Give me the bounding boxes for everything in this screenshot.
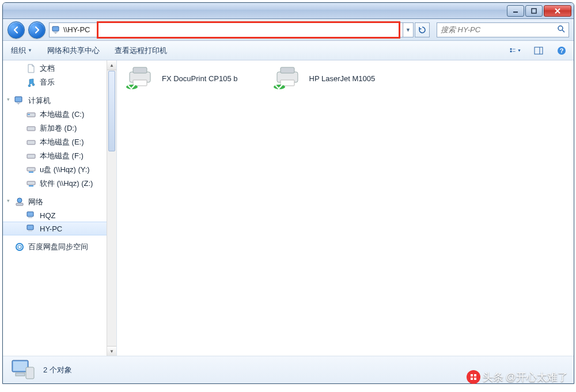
- status-text: 2 个对象: [43, 365, 72, 375]
- item-label: FX DocuPrint CP105 b: [162, 74, 238, 83]
- drive-icon: [26, 151, 36, 161]
- svg-rect-1: [532, 9, 536, 13]
- svg-rect-46: [471, 374, 473, 376]
- network-center-label: 网络和共享中心: [47, 45, 100, 56]
- organize-menu[interactable]: 组织 ▼: [9, 44, 35, 57]
- address-highlight-box: [97, 21, 400, 39]
- chevron-down-icon: ▼: [28, 48, 32, 53]
- preview-pane-button[interactable]: [532, 44, 545, 57]
- computer-icon: [52, 25, 61, 35]
- sidebar-item-drive-d[interactable]: 新加卷 (D:): [3, 121, 116, 135]
- item-label: HP LaserJet M1005: [309, 74, 376, 83]
- maximize-button[interactable]: [525, 5, 543, 17]
- body: 文档 音乐 ▸ 计算机 本地磁盘 (C:) 新加卷 (D:): [3, 60, 574, 356]
- expand-icon: ▸: [6, 200, 12, 204]
- svg-rect-15: [15, 97, 22, 102]
- sidebar-item-label: 本地磁盘 (E:): [40, 137, 84, 147]
- minimize-button[interactable]: [507, 5, 524, 17]
- scroll-down-button[interactable]: ▼: [107, 346, 116, 356]
- svg-point-33: [16, 243, 23, 250]
- watermark: 头条 @开心太难了: [467, 370, 568, 384]
- refresh-button[interactable]: [415, 22, 430, 37]
- svg-rect-28: [16, 203, 23, 205]
- view-options-button[interactable]: ▼: [509, 44, 522, 57]
- sidebar-group-label: 网络: [28, 197, 43, 207]
- search-input[interactable]: [441, 25, 554, 34]
- svg-rect-29: [27, 212, 33, 216]
- sidebar-item-label: 文档: [40, 63, 55, 74]
- sidebar-item-hy-pc[interactable]: HY-PC: [3, 222, 116, 235]
- svg-rect-22: [27, 154, 35, 158]
- printer-icon: [125, 66, 155, 90]
- network-icon: [14, 197, 25, 207]
- svg-rect-25: [27, 181, 35, 185]
- address-text: \\HY-PC: [63, 25, 90, 34]
- document-icon: [26, 64, 36, 73]
- svg-rect-17: [18, 104, 19, 104]
- sidebar-group-label: 计算机: [28, 96, 51, 106]
- navigation-tree[interactable]: 文档 音乐 ▸ 计算机 本地磁盘 (C:) 新加卷 (D:): [3, 60, 117, 356]
- sidebar-item-drive-f[interactable]: 本地磁盘 (F:): [3, 149, 116, 163]
- explorer-window: \\HY-PC ▼ 组织 ▼ 网络和共享中心 查看远程打印机: [2, 2, 574, 384]
- svg-rect-7: [510, 48, 512, 50]
- view-remote-printers-button[interactable]: 查看远程打印机: [112, 44, 169, 57]
- close-button[interactable]: [544, 5, 571, 17]
- drive-icon: [26, 138, 36, 147]
- content-pane[interactable]: FX DocuPrint CP105 b HP LaserJet M1005: [117, 60, 574, 356]
- svg-rect-48: [471, 378, 473, 380]
- svg-rect-11: [535, 47, 543, 54]
- sidebar-group-network: ▸ 网络 HQZ HY-PC: [3, 195, 116, 235]
- titlebar: [3, 3, 574, 19]
- watermark-handle: @开心太难了: [506, 370, 568, 384]
- printer-icon: [272, 66, 302, 90]
- sidebar-item-music[interactable]: 音乐: [3, 75, 116, 89]
- sidebar-item-documents[interactable]: 文档: [3, 62, 116, 75]
- sidebar-item-hqz[interactable]: HQZ: [3, 209, 116, 222]
- sidebar-item-label: HY-PC: [40, 224, 62, 233]
- scroll-up-button[interactable]: ▲: [107, 60, 116, 70]
- sidebar-item-label: 百度网盘同步空间: [28, 242, 88, 252]
- svg-point-5: [558, 26, 563, 31]
- computer-large-icon: [11, 359, 35, 381]
- svg-text:?: ?: [560, 47, 564, 54]
- svg-point-27: [17, 198, 22, 203]
- svg-rect-26: [29, 185, 33, 187]
- svg-rect-39: [281, 67, 294, 73]
- address-bar-container: \\HY-PC ▼: [49, 22, 430, 37]
- svg-rect-4: [55, 33, 56, 33]
- svg-rect-44: [16, 373, 25, 376]
- sidebar-item-netdrive-z[interactable]: 软件 (\\Hqz) (Z:): [3, 177, 116, 191]
- sidebar-baidu-item[interactable]: 百度网盘同步空间: [3, 240, 116, 254]
- svg-rect-43: [13, 361, 27, 371]
- sidebar-item-netdrive-y[interactable]: u盘 (\\Hqz) (Y:): [3, 163, 116, 177]
- item-printer-hp[interactable]: HP LaserJet M1005: [272, 66, 376, 90]
- sidebar-item-label: 软件 (\\Hqz) (Z:): [40, 178, 93, 189]
- svg-rect-31: [27, 225, 33, 230]
- watermark-prefix: 头条: [483, 370, 503, 384]
- sidebar-computer-header[interactable]: ▸ 计算机: [3, 94, 116, 108]
- help-button[interactable]: ?: [555, 44, 568, 57]
- svg-rect-20: [27, 127, 35, 131]
- address-dropdown-button[interactable]: ▼: [403, 22, 414, 37]
- svg-rect-32: [28, 230, 32, 231]
- sidebar-item-label: HQZ: [40, 211, 55, 220]
- forward-button[interactable]: [28, 21, 46, 39]
- svg-rect-21: [27, 140, 35, 144]
- back-button[interactable]: [7, 21, 25, 39]
- navigation-bar: \\HY-PC ▼: [3, 19, 574, 41]
- view-remote-printers-label: 查看远程打印机: [115, 45, 167, 56]
- address-bar[interactable]: \\HY-PC: [49, 22, 403, 37]
- sidebar-network-header[interactable]: ▸ 网络: [3, 195, 116, 209]
- sidebar-item-drive-c[interactable]: 本地磁盘 (C:): [3, 108, 116, 121]
- sidebar-scrollbar[interactable]: ▲ ▼: [107, 60, 116, 356]
- search-box[interactable]: [437, 22, 569, 37]
- scroll-thumb[interactable]: [108, 71, 115, 151]
- svg-rect-3: [54, 32, 58, 33]
- item-printer-fx[interactable]: FX DocuPrint CP105 b: [125, 66, 238, 90]
- sidebar-item-drive-e[interactable]: 本地磁盘 (E:): [3, 135, 116, 149]
- drive-icon: [26, 124, 36, 133]
- network-center-button[interactable]: 网络和共享中心: [45, 44, 102, 57]
- search-icon: [557, 25, 565, 35]
- sidebar-group-baidu: 百度网盘同步空间: [3, 240, 116, 254]
- chevron-down-icon: ▼: [517, 48, 521, 52]
